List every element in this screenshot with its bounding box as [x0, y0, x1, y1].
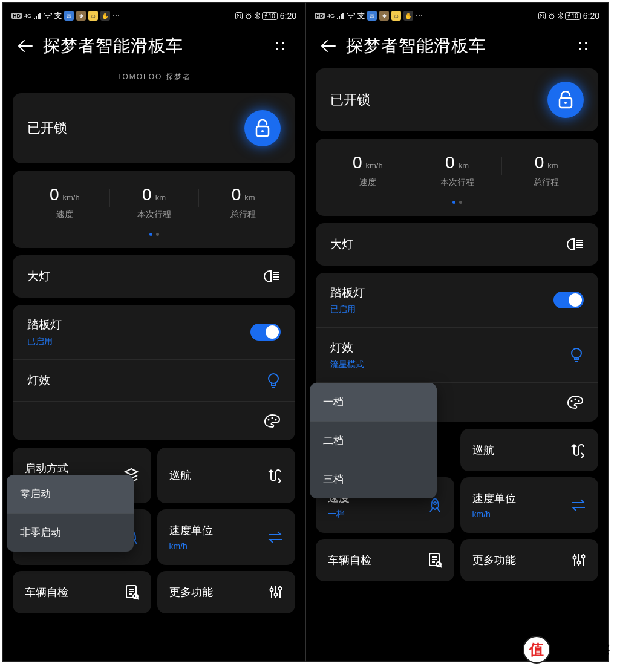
back-button[interactable]	[318, 36, 338, 56]
wifi-icon	[347, 13, 355, 19]
headlight-row[interactable]: 大灯	[13, 255, 295, 298]
pedal-light-row[interactable]: 踏板灯 已启用	[316, 273, 598, 327]
speed-unit-tile[interactable]: 速度单位 km/h	[460, 477, 599, 533]
pedal-light-toggle[interactable]	[250, 324, 281, 341]
alipay-icon: 支	[54, 11, 62, 21]
headlight-row[interactable]: 大灯	[316, 223, 598, 266]
app-icon-4: ✋	[403, 11, 413, 21]
svg-point-30	[434, 502, 436, 504]
app-header: 探梦者智能滑板车	[3, 27, 305, 68]
svg-point-22	[579, 48, 581, 50]
nfc-icon	[538, 12, 546, 19]
report-icon	[428, 552, 442, 568]
app-icon-3: ☺	[391, 11, 401, 21]
more-func-tile[interactable]: 更多功能	[157, 571, 296, 613]
alarm-icon	[548, 12, 555, 19]
popover-item-gear2[interactable]: 二档	[310, 421, 437, 460]
more-icon: ⋯	[113, 11, 120, 20]
network-icon: 4G	[327, 13, 335, 19]
menu-button[interactable]	[275, 41, 293, 51]
lights-card: 踏板灯 已启用 灯效	[13, 305, 295, 440]
stat-trip: 0km 本次行程	[109, 185, 199, 220]
phone-screen-left: HD 4G 支 ✉ ❖ ☺ ✋ ⋯	[2, 2, 305, 662]
svg-point-20	[579, 42, 581, 44]
popover-item-gear1[interactable]: 一档	[310, 383, 437, 421]
self-check-tile[interactable]: 车辆自检	[316, 539, 454, 581]
swap-icon	[267, 531, 283, 543]
app-icon-2: ❖	[76, 11, 86, 21]
headlight-icon	[562, 238, 584, 251]
cruise-icon	[267, 468, 283, 483]
popover-item-zero-start[interactable]: 零启动	[7, 475, 134, 513]
battery-icon: 10	[262, 12, 278, 20]
svg-point-10	[272, 417, 273, 419]
light-effect-row[interactable]: 灯效 流星模式	[316, 327, 598, 382]
popover-item-nonzero-start[interactable]: 非零启动	[7, 513, 134, 552]
cruise-tile[interactable]: 巡航	[460, 429, 599, 471]
phone-screen-right: HD 4G 支 ✉ ❖ ☺ ✋ ⋯	[305, 2, 609, 662]
svg-point-9	[268, 419, 270, 421]
svg-point-8	[269, 374, 278, 383]
page-title: 探梦者智能滑板车	[43, 34, 266, 57]
headlight-icon	[259, 270, 281, 283]
cruise-tile[interactable]: 巡航	[157, 448, 296, 503]
app-header: 探梦者智能滑板车	[306, 27, 608, 68]
page-indicator	[323, 195, 591, 206]
status-time: 6:20	[280, 11, 296, 21]
page-indicator	[20, 227, 288, 238]
alipay-icon: 支	[357, 11, 365, 21]
svg-point-35	[582, 555, 585, 558]
svg-point-16	[275, 593, 278, 596]
svg-point-3	[282, 42, 284, 44]
app-icon-3: ☺	[88, 11, 98, 21]
hd-icon: HD	[11, 13, 22, 19]
page-title: 探梦者智能滑板车	[346, 34, 569, 57]
rocket-icon	[428, 497, 442, 513]
pedal-light-toggle[interactable]	[553, 292, 584, 308]
svg-point-5	[282, 48, 284, 50]
wifi-icon	[44, 13, 52, 19]
svg-point-23	[585, 48, 587, 50]
watermark: 值 什么值得买	[523, 636, 610, 664]
speed-gear-popover: 一档 二档 三档	[310, 383, 437, 498]
svg-point-25	[564, 102, 567, 104]
stat-total: 0km 总行程	[198, 185, 288, 220]
back-button[interactable]	[15, 36, 34, 56]
stat-speed: 0km/h 速度	[20, 185, 109, 220]
lock-card: 已开锁	[13, 93, 295, 163]
more-func-tile[interactable]: 更多功能	[460, 539, 599, 581]
app-icon-4: ✋	[100, 11, 110, 21]
svg-point-15	[270, 589, 273, 592]
app-icon-1: ✉	[64, 11, 74, 21]
lock-icon	[255, 119, 270, 137]
bluetooth-icon	[558, 12, 563, 19]
palette-icon	[562, 395, 584, 409]
lock-status-label: 已开锁	[27, 119, 67, 137]
self-check-tile[interactable]: 车辆自检	[13, 571, 151, 613]
svg-point-26	[572, 348, 581, 358]
more-icon: ⋯	[416, 11, 423, 20]
speed-unit-tile[interactable]: 速度单位 km/h	[157, 509, 296, 565]
svg-point-17	[279, 587, 282, 590]
palette-icon	[259, 414, 281, 428]
bluetooth-icon	[255, 12, 260, 19]
swap-icon	[570, 499, 586, 511]
cruise-icon	[570, 442, 586, 458]
stat-trip: 0km 本次行程	[413, 153, 502, 188]
palette-row[interactable]	[13, 401, 295, 440]
stats-card: 0km/h 速度 0km 本次行程 0km 总行程	[316, 139, 598, 216]
hd-icon: HD	[315, 13, 325, 19]
popover-item-gear3[interactable]: 三档	[310, 460, 437, 498]
svg-point-2	[276, 42, 278, 44]
sliders-icon	[269, 585, 283, 599]
svg-point-11	[275, 419, 277, 421]
status-bar: HD 4G 支 ✉ ❖ ☺ ✋ ⋯	[306, 3, 608, 27]
report-icon	[125, 584, 139, 600]
light-effect-row[interactable]: 灯效	[13, 359, 295, 401]
app-icon-1: ✉	[367, 11, 377, 21]
lock-button[interactable]	[547, 82, 584, 118]
pedal-light-row[interactable]: 踏板灯 已启用	[13, 305, 295, 359]
menu-button[interactable]	[578, 41, 596, 51]
lock-button[interactable]	[244, 110, 281, 146]
brand-logo: TOMOLOO 探梦者	[13, 72, 295, 82]
